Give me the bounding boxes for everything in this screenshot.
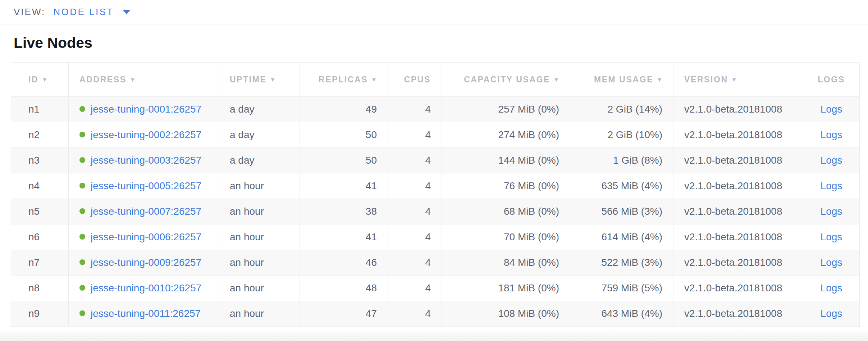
cell-version: v2.1.0-beta.20181008 [673,224,803,250]
column-header-label: MEM USAGE [594,75,653,84]
sort-arrow-icon: ▼ [371,77,377,83]
address-link[interactable]: jesse-tuning-0001:26257 [91,104,201,115]
logs-link[interactable]: Logs [821,180,842,191]
logs-link[interactable]: Logs [821,206,842,217]
logs-link[interactable]: Logs [821,257,842,268]
cell-replicas: 38 [300,199,388,224]
cell-capacity_usage: 274 MiB (0%) [442,122,570,148]
column-header-logs: LOGS [803,63,860,97]
address-link[interactable]: jesse-tuning-0011:26257 [91,308,201,319]
address-link[interactable]: jesse-tuning-0005:26257 [91,180,201,191]
table-row: n6jesse-tuning-0006:26257an hour41470 Mi… [11,224,860,250]
cell-capacity_usage: 84 MiB (0%) [442,250,570,276]
address-link[interactable]: jesse-tuning-0006:26257 [91,231,201,242]
cell-capacity_usage: 108 MiB (0%) [442,301,570,327]
table-row: n5jesse-tuning-0007:26257an hour38468 Mi… [11,199,860,224]
column-header-version[interactable]: VERSION▼ [673,63,803,97]
address-link[interactable]: jesse-tuning-0002:26257 [91,129,201,140]
cell-uptime: an hour [219,224,300,250]
logs-link[interactable]: Logs [821,308,842,319]
column-header-mem_usage[interactable]: MEM USAGE▼ [570,63,673,97]
address-link[interactable]: jesse-tuning-0003:26257 [91,155,201,166]
cell-logs: Logs [803,97,860,122]
cell-cpus: 4 [388,97,442,122]
column-header-address[interactable]: ADDRESS▼ [69,63,219,97]
table-row: n1jesse-tuning-0001:26257a day494257 MiB… [11,97,860,122]
sort-arrow-icon: ▼ [731,77,737,83]
cell-uptime: an hour [219,199,300,224]
cell-replicas: 50 [300,148,388,173]
node-status-icon [79,310,85,316]
column-header-label: ADDRESS [79,75,127,84]
table-row: n4jesse-tuning-0005:26257an hour41476 Mi… [11,173,860,199]
cell-address: jesse-tuning-0002:26257 [69,122,219,148]
cell-capacity_usage: 257 MiB (0%) [442,97,570,122]
cell-version: v2.1.0-beta.20181008 [673,148,803,173]
cell-address: jesse-tuning-0005:26257 [69,173,219,199]
node-status-icon [79,106,85,112]
cell-cpus: 4 [388,199,442,224]
table-row: n8jesse-tuning-0010:26257an hour484181 M… [11,276,860,301]
cell-logs: Logs [803,173,860,199]
cell-id: n3 [11,148,69,173]
cell-mem_usage: 635 MiB (4%) [570,173,673,199]
table-row: n3jesse-tuning-0003:26257a day504144 MiB… [11,148,860,173]
logs-link[interactable]: Logs [821,104,842,115]
cell-capacity_usage: 144 MiB (0%) [442,148,570,173]
node-status-icon [79,259,85,265]
cell-uptime: an hour [219,173,300,199]
cell-version: v2.1.0-beta.20181008 [673,276,803,301]
cell-version: v2.1.0-beta.20181008 [673,250,803,276]
view-dropdown[interactable]: NODE LIST [53,6,131,18]
sort-arrow-icon: ▼ [270,77,276,83]
table-row: n2jesse-tuning-0002:26257a day504274 MiB… [11,122,860,148]
cell-uptime: an hour [219,301,300,327]
cell-uptime: an hour [219,276,300,301]
logs-link[interactable]: Logs [821,129,842,140]
address-link[interactable]: jesse-tuning-0007:26257 [91,206,201,217]
cell-address: jesse-tuning-0006:26257 [69,224,219,250]
cell-address: jesse-tuning-0007:26257 [69,199,219,224]
column-header-uptime[interactable]: UPTIME▼ [219,63,300,97]
cell-logs: Logs [803,148,860,173]
cell-replicas: 47 [300,301,388,327]
cell-mem_usage: 566 MiB (3%) [570,199,673,224]
node-status-icon [79,157,85,163]
sort-arrow-icon: ▼ [553,77,559,83]
cell-mem_usage: 614 MiB (4%) [570,224,673,250]
logs-link[interactable]: Logs [821,155,842,166]
cell-replicas: 48 [300,276,388,301]
node-status-icon [79,285,85,291]
cell-id: n9 [11,301,69,327]
view-dropdown-value[interactable]: NODE LIST [53,6,114,18]
cell-address: jesse-tuning-0009:26257 [69,250,219,276]
sort-arrow-icon: ▼ [130,77,136,83]
address-link[interactable]: jesse-tuning-0010:26257 [91,282,201,294]
cell-cpus: 4 [388,122,442,148]
cell-capacity_usage: 70 MiB (0%) [442,224,570,250]
cell-replicas: 50 [300,122,388,148]
node-status-icon [79,132,85,137]
address-link[interactable]: jesse-tuning-0009:26257 [91,257,201,268]
live-nodes-table: ID▼ADDRESS▼UPTIME▼REPLICAS▼CPUSCAPACITY … [11,62,860,327]
logs-link[interactable]: Logs [821,231,842,242]
view-bar: VIEW: NODE LIST [0,0,868,24]
sort-arrow-icon: ▼ [42,77,47,83]
cell-mem_usage: 2 GiB (14%) [570,97,673,122]
cell-cpus: 4 [388,276,442,301]
column-header-label: LOGS [818,75,845,84]
column-header-label: ID [28,75,38,84]
view-label: VIEW: [14,6,45,18]
node-status-icon [79,208,85,214]
live-nodes-table-container: ID▼ADDRESS▼UPTIME▼REPLICAS▼CPUSCAPACITY … [11,62,868,327]
cell-capacity_usage: 181 MiB (0%) [442,276,570,301]
column-header-label: VERSION [684,75,728,84]
column-header-capacity_usage[interactable]: CAPACITY USAGE▼ [442,63,570,97]
column-header-id[interactable]: ID▼ [11,63,69,97]
cell-uptime: an hour [219,250,300,276]
cell-mem_usage: 1 GiB (8%) [570,148,673,173]
column-header-replicas[interactable]: REPLICAS▼ [300,63,388,97]
logs-link[interactable]: Logs [821,282,842,294]
table-row: n7jesse-tuning-0009:26257an hour46484 Mi… [11,250,860,276]
cell-address: jesse-tuning-0011:26257 [69,301,219,327]
